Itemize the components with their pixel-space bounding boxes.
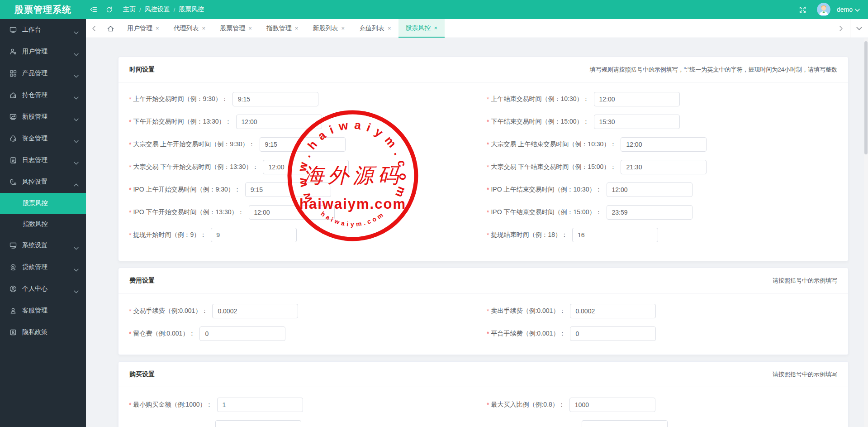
- withdraw-start-time-input[interactable]: [211, 228, 297, 242]
- tab-recharge-list[interactable]: 充值列表 ×: [352, 19, 398, 38]
- required-mark: *: [487, 330, 489, 337]
- close-icon[interactable]: ×: [341, 25, 345, 32]
- sidebar-item-funds[interactable]: 资金管理: [0, 128, 86, 149]
- tabs-menu-chevron[interactable]: [850, 19, 868, 38]
- field-label: 上午结束交易时间（例：10:30）：: [491, 95, 589, 103]
- sidebar-item-system-settings[interactable]: 系统设置: [0, 235, 86, 256]
- tabs-scroll-left[interactable]: [86, 19, 101, 38]
- close-icon[interactable]: ×: [295, 25, 299, 32]
- user-name: demo: [837, 6, 853, 13]
- breadcrumb-home[interactable]: 主页: [123, 5, 136, 14]
- sidebar-item-customer-service[interactable]: 客服管理: [0, 300, 86, 321]
- withdraw-end-time-input[interactable]: [572, 228, 658, 242]
- purchase-settings-card: 购买设置 请按照括号中的示例填写 * 最小购买金额（例:1000）： * 最大买…: [118, 361, 849, 427]
- max-buy-ratio-input[interactable]: [569, 398, 655, 412]
- sidebar-item-label: 风控设置: [22, 178, 47, 186]
- afternoon-close-time-input[interactable]: [594, 115, 680, 129]
- form-row: * 提现开始时间（例：9）： * 提现结束时间（例：18）：: [129, 224, 837, 246]
- tab-label: 股票风控: [406, 24, 431, 32]
- ipo-morning-close-time-input[interactable]: [607, 182, 693, 197]
- sidebar-item-risk-settings[interactable]: 风控设置: [0, 171, 86, 193]
- chevron-down-icon: [74, 72, 79, 75]
- close-icon[interactable]: ×: [434, 24, 438, 31]
- required-mark: *: [129, 231, 131, 239]
- field-label: 上午开始交易时间（例：9:30）：: [133, 95, 228, 103]
- chevron-down-icon: [74, 94, 79, 97]
- breadcrumb-risk-settings[interactable]: 风控设置: [145, 5, 170, 14]
- sell-fee-input[interactable]: [570, 304, 656, 318]
- next-field-input-left[interactable]: [215, 420, 301, 427]
- sidebar-item-logs[interactable]: 日志管理: [0, 149, 86, 171]
- user-menu[interactable]: demo: [837, 6, 860, 13]
- tabs-scroll-right[interactable]: [832, 19, 850, 38]
- chevron-down-icon: [74, 244, 79, 247]
- min-buy-amount-input[interactable]: [217, 398, 303, 412]
- fullscreen-icon[interactable]: [795, 0, 811, 19]
- sidebar-item-loans[interactable]: 贷款管理: [0, 256, 86, 278]
- ipo-morning-open-time-input[interactable]: [245, 182, 331, 197]
- breadcrumb-separator: /: [174, 6, 175, 13]
- chevron-down-icon: [74, 266, 79, 269]
- refresh-icon[interactable]: [101, 0, 117, 19]
- sidebar-subitem-stock-risk[interactable]: 股票风控: [0, 193, 86, 214]
- tab-ipo-list[interactable]: 新股列表 ×: [305, 19, 352, 38]
- sidebar-item-privacy-policy[interactable]: 隐私政策: [0, 321, 86, 343]
- overnight-fee-input[interactable]: [199, 326, 285, 341]
- tab-stock-management[interactable]: 股票管理 ×: [213, 19, 259, 38]
- sidebar-subitem-index-risk[interactable]: 指数风控: [0, 214, 86, 235]
- sidebar-item-workbench[interactable]: 工作台: [0, 19, 86, 41]
- field-label: 下午结束交易时间（例：15:00）：: [491, 118, 589, 126]
- ipo-afternoon-open-time-input[interactable]: [249, 205, 335, 220]
- scrollbar-thumb[interactable]: [864, 41, 868, 154]
- trade-fee-input[interactable]: [212, 304, 298, 318]
- sidebar-item-positions[interactable]: 持仓管理: [0, 84, 86, 106]
- sidebar-item-label: 工作台: [22, 26, 41, 34]
- required-mark: *: [129, 330, 131, 337]
- avatar[interactable]: [817, 3, 830, 16]
- required-mark: *: [129, 186, 131, 193]
- block-trade-afternoon-close-input[interactable]: [621, 160, 707, 174]
- card-header: 购买设置 请按照括号中的示例填写: [119, 362, 848, 387]
- monitor-icon: [9, 26, 17, 34]
- close-icon[interactable]: ×: [156, 25, 159, 32]
- tab-agent-list[interactable]: 代理列表 ×: [166, 19, 213, 38]
- form-row: * 留仓费（例:0.001）： * 平台手续费（例:0.001）：: [129, 322, 837, 345]
- required-mark: *: [129, 118, 131, 125]
- collapse-sidebar-icon[interactable]: [86, 0, 101, 19]
- sidebar-item-label: 新股管理: [22, 113, 47, 121]
- close-icon[interactable]: ×: [202, 25, 206, 32]
- sidebar-item-ipo[interactable]: 新股管理: [0, 106, 86, 128]
- block-trade-morning-open-input[interactable]: [260, 137, 346, 152]
- shield-alert-icon: [9, 178, 17, 186]
- tab-stock-risk[interactable]: 股票风控 ×: [398, 19, 445, 38]
- sidebar-item-label: 用户管理: [22, 48, 47, 56]
- sidebar-item-label: 个人中心: [22, 285, 47, 293]
- tab-home[interactable]: [101, 19, 120, 38]
- morning-close-time-input[interactable]: [594, 92, 680, 106]
- sidebar: 工作台 用户管理 产品管理 持仓管理 新股管理 资金管理: [0, 19, 86, 427]
- tabbar-right-controls: [832, 19, 868, 38]
- sidebar-item-users[interactable]: 用户管理: [0, 41, 86, 62]
- required-mark: *: [129, 307, 131, 315]
- service-person-icon: [9, 307, 17, 315]
- sidebar-item-profile[interactable]: 个人中心: [0, 278, 86, 300]
- afternoon-open-time-input[interactable]: [236, 115, 322, 129]
- top-header: 股票管理系统 主页 / 风控设置 / 股票风控: [0, 0, 868, 19]
- sidebar-item-products[interactable]: 产品管理: [0, 62, 86, 84]
- tab-index-management[interactable]: 指数管理 ×: [259, 19, 306, 38]
- card-body: * 上午开始交易时间（例：9:30）： * 上午结束交易时间（例：10:30）：…: [119, 82, 848, 261]
- block-trade-afternoon-open-input[interactable]: [263, 160, 349, 174]
- close-icon[interactable]: ×: [388, 25, 391, 32]
- platform-fee-input[interactable]: [570, 326, 656, 341]
- field-label: 卖出手续费（例:0.001）：: [491, 307, 565, 315]
- ipo-afternoon-close-time-input[interactable]: [607, 205, 693, 220]
- morning-open-time-input[interactable]: [232, 92, 318, 106]
- next-field-input-right[interactable]: [582, 420, 668, 427]
- close-icon[interactable]: ×: [248, 25, 252, 32]
- tab-user-management[interactable]: 用户管理 ×: [120, 19, 166, 38]
- sidebar-item-label: 贷款管理: [22, 263, 47, 271]
- required-mark: *: [487, 118, 489, 125]
- block-trade-morning-close-input[interactable]: [621, 137, 707, 152]
- required-mark: *: [129, 401, 131, 408]
- tab-label: 充值列表: [359, 24, 384, 33]
